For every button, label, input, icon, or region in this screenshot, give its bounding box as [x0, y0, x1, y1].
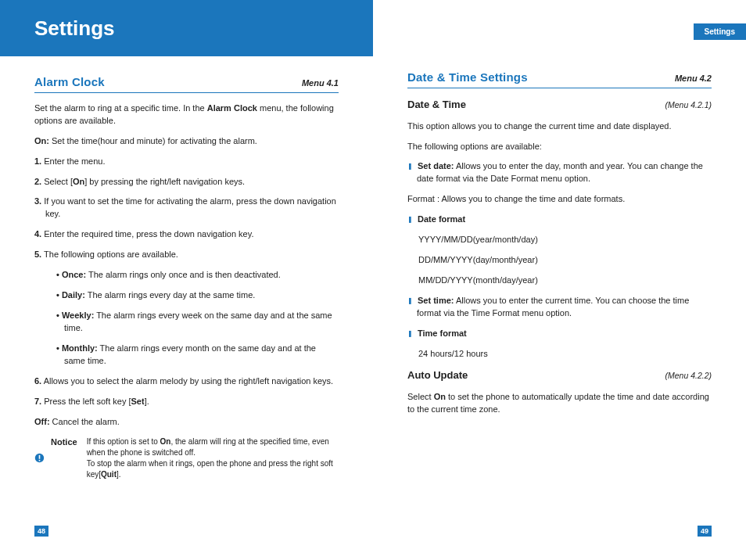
- sub-title: Date & Time: [407, 98, 466, 113]
- section-title: Date & Time Settings: [407, 69, 528, 86]
- date-format-2: DD/MM/YYYY(day/month/year): [418, 254, 712, 267]
- label-off: Off:: [34, 417, 50, 426]
- format-line: Format : Allows you to change the time a…: [407, 193, 712, 206]
- text: to set the phone to automatically update…: [407, 392, 709, 414]
- date-format-1: YYYY/MM/DD(year/month/day): [418, 234, 712, 246]
- text: To stop the alarm when it rings, open th…: [87, 459, 333, 479]
- svg-rect-2: [39, 460, 41, 461]
- subheading-auto-update: Auto Update (Menu 4.2.2): [407, 368, 712, 383]
- opt-once: Once: The alarm rings only once and is t…: [56, 269, 339, 282]
- left-content: Alarm Clock Menu 4.1 Set the alarm to ri…: [0, 56, 373, 480]
- text: If you want to set the time for activati…: [44, 196, 336, 218]
- text: The alarm rings every month on the same …: [64, 343, 316, 365]
- step-7: 7. Press the left soft key [Set].: [34, 396, 339, 408]
- sub-menu-ref: (Menu 4.2.1): [665, 99, 712, 111]
- label: Time format: [418, 328, 467, 338]
- text: Select [: [44, 177, 73, 186]
- label: Monthly:: [62, 343, 98, 353]
- label-on: On:: [34, 136, 49, 145]
- p-intro1: This option allows you to change the cur…: [407, 120, 712, 133]
- notice-icon: [34, 436, 45, 480]
- section-menu-ref: Menu 4.1: [302, 77, 339, 90]
- text: Set the alarm to ring at a specific time…: [34, 103, 207, 113]
- opt-daily: Daily: The alarm rings every day at the …: [56, 289, 339, 302]
- text-bold: On: [160, 437, 171, 446]
- opt-set-time: Set time: Allows you to enter the curren…: [407, 295, 712, 320]
- off-line: Off: Cancel the alarm.: [34, 416, 339, 429]
- label: Daily:: [62, 290, 85, 300]
- notice-text: If this option is set to On, the alarm w…: [87, 436, 339, 480]
- text-bold: On: [73, 177, 84, 186]
- text-bold: Alarm Clock: [207, 103, 257, 113]
- section-heading-datetime: Date & Time Settings Menu 4.2: [407, 69, 712, 88]
- opt-set-date: Set date: Allows you to enter the day, m…: [407, 160, 712, 185]
- text: The alarm rings only once and is then de…: [86, 270, 281, 279]
- header-tab: Settings: [694, 23, 746, 40]
- text: ].: [145, 397, 149, 406]
- step-2: 2. Select [On] by pressing the right/lef…: [34, 176, 339, 188]
- text: The alarm rings every day at the same ti…: [85, 290, 255, 300]
- frequency-list: Once: The alarm rings only once and is t…: [56, 269, 339, 368]
- section-heading-alarm: Alarm Clock Menu 4.1: [34, 74, 339, 93]
- text-bold: Set: [131, 397, 145, 406]
- set-time-list: Set time: Allows you to enter the curren…: [407, 295, 712, 340]
- text: Select: [407, 392, 434, 401]
- text: The following options are available.: [44, 249, 178, 259]
- text: If this option is set to: [87, 437, 160, 446]
- step-1: 1. Enter the menu.: [34, 156, 339, 168]
- opt-monthly: Monthly: The alarm rings every month on …: [56, 343, 339, 368]
- section-menu-ref: Menu 4.2: [675, 73, 712, 85]
- label: Set time:: [418, 296, 454, 305]
- text-bold: On: [434, 392, 446, 401]
- page-title: Settings: [34, 16, 115, 41]
- subheading-datetime: Date & Time (Menu 4.2.1): [407, 98, 712, 113]
- section-title: Alarm Clock: [34, 74, 105, 91]
- right-content: Date & Time Settings Menu 4.2 Date & Tim…: [373, 0, 746, 416]
- text: Allows you to enter the day, month and y…: [417, 161, 703, 183]
- page-right: Settings Date & Time Settings Menu 4.2 D…: [373, 0, 746, 560]
- sub-menu-ref: (Menu 4.2.2): [665, 370, 712, 382]
- notice-block: Notice If this option is set to On, the …: [34, 436, 339, 480]
- text: Set the time(hour and minute) for activa…: [49, 136, 257, 145]
- step-4: 4. Enter the required time, press the do…: [34, 228, 339, 241]
- label: Once:: [62, 270, 86, 279]
- label: Date format: [418, 214, 465, 224]
- page-title-banner: Settings: [0, 0, 373, 56]
- page-number-left: 48: [34, 526, 48, 537]
- text: Allows you to enter the current time. Yo…: [417, 296, 689, 318]
- label: Set date:: [418, 161, 454, 171]
- text: ].: [117, 470, 121, 479]
- time-format-1: 24 hours/12 hours: [418, 348, 712, 361]
- text: The alarm rings every week on the same d…: [64, 311, 332, 332]
- on-line: On: Set the time(hour and minute) for ac…: [34, 135, 339, 148]
- text: Enter the required time, press the down …: [44, 229, 253, 239]
- p-intro2: The following options are available:: [407, 141, 712, 153]
- text-bold: Quit: [101, 470, 117, 479]
- label: Weekly:: [62, 311, 94, 320]
- opt-weekly: Weekly: The alarm rings every week on th…: [56, 310, 339, 335]
- page-left: Settings Alarm Clock Menu 4.1 Set the al…: [0, 0, 373, 560]
- date-format-list: Date format: [407, 214, 712, 226]
- steps-list: 1. Enter the menu. 2. Select [On] by pre…: [34, 156, 339, 408]
- opt-time-format: Time format: [407, 328, 712, 340]
- text: Press the left soft key [: [44, 397, 131, 406]
- text: Allows you to select the alarm melody by…: [44, 376, 334, 386]
- step-6: 6. Allows you to select the alarm melody…: [34, 375, 339, 388]
- auto-update-text: Select On to set the phone to automatica…: [407, 391, 712, 416]
- step-5: 5. The following options are available. …: [34, 249, 339, 368]
- opt-date-format: Date format: [407, 214, 712, 226]
- date-format-3: MM/DD/YYYY(month/day/year): [418, 275, 712, 287]
- svg-rect-1: [39, 455, 41, 459]
- intro-paragraph: Set the alarm to ring at a specific time…: [34, 102, 339, 127]
- options-list: Set date: Allows you to enter the day, m…: [407, 160, 712, 185]
- sub-title: Auto Update: [407, 368, 468, 383]
- page-number-right: 49: [698, 526, 712, 537]
- text: Enter the menu.: [44, 156, 105, 166]
- step-3: 3. If you want to set the time for activ…: [34, 196, 339, 221]
- text: Cancel the alarm.: [50, 417, 120, 426]
- notice-label: Notice: [51, 436, 77, 480]
- text: ] by pressing the right/left navigation …: [84, 177, 245, 186]
